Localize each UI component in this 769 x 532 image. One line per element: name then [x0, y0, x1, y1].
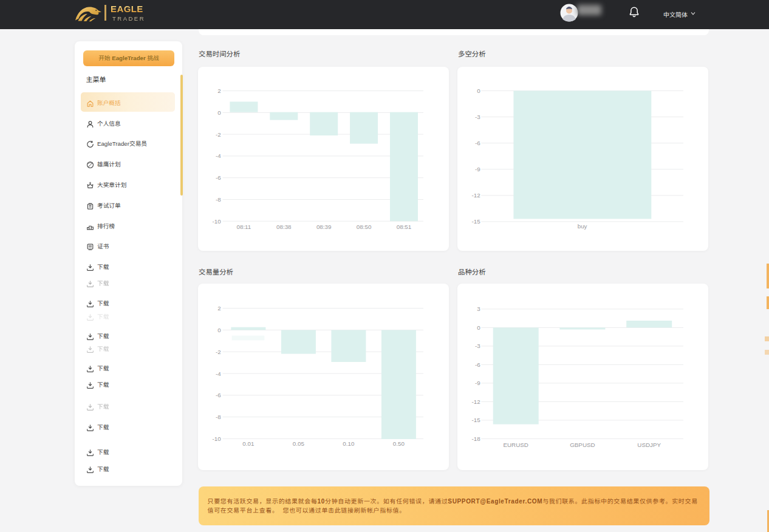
svg-text:0: 0	[477, 324, 480, 331]
svg-text:-18: -18	[471, 435, 480, 442]
svg-text:0: 0	[217, 109, 221, 116]
svg-text:08:39: 08:39	[316, 223, 332, 230]
svg-text:USDJPY: USDJPY	[637, 442, 661, 448]
svg-text:-4: -4	[216, 370, 221, 377]
svg-text:2: 2	[217, 87, 220, 94]
svg-text:-15: -15	[471, 218, 480, 225]
svg-text:08:11: 08:11	[237, 223, 251, 230]
svg-text:-3: -3	[475, 343, 480, 349]
svg-text:-6: -6	[216, 174, 221, 181]
svg-text:0.10: 0.10	[343, 440, 355, 447]
svg-text:-6: -6	[216, 392, 221, 398]
svg-text:08:38: 08:38	[276, 223, 292, 230]
svg-text:-8: -8	[216, 196, 221, 203]
svg-text:-10: -10	[212, 435, 221, 442]
svg-text:buy: buy	[578, 223, 587, 230]
svg-text:-3: -3	[475, 114, 480, 120]
svg-text:GBPUSD: GBPUSD	[570, 442, 595, 448]
svg-text:-6: -6	[475, 361, 480, 368]
svg-text:3: 3	[477, 305, 480, 312]
svg-text:-2: -2	[216, 131, 221, 138]
svg-text:EURUSD: EURUSD	[504, 442, 528, 448]
svg-text:-6: -6	[475, 140, 480, 146]
svg-text:0: 0	[477, 87, 480, 94]
svg-text:0: 0	[217, 327, 221, 333]
svg-text:-8: -8	[216, 414, 221, 420]
svg-text:08:50: 08:50	[357, 223, 372, 230]
svg-text:0.05: 0.05	[293, 440, 305, 447]
svg-text:2: 2	[217, 305, 220, 312]
svg-text:-15: -15	[471, 417, 480, 423]
svg-text:-9: -9	[475, 380, 480, 386]
svg-text:-4: -4	[216, 152, 221, 159]
svg-text:0.01: 0.01	[242, 440, 254, 447]
svg-text:-12: -12	[471, 192, 480, 199]
svg-text:08:51: 08:51	[397, 223, 412, 230]
svg-text:-9: -9	[475, 166, 480, 172]
svg-text:-10: -10	[212, 218, 221, 225]
svg-text:0.50: 0.50	[393, 440, 405, 447]
svg-text:-2: -2	[216, 349, 221, 355]
svg-text:-12: -12	[471, 398, 480, 405]
